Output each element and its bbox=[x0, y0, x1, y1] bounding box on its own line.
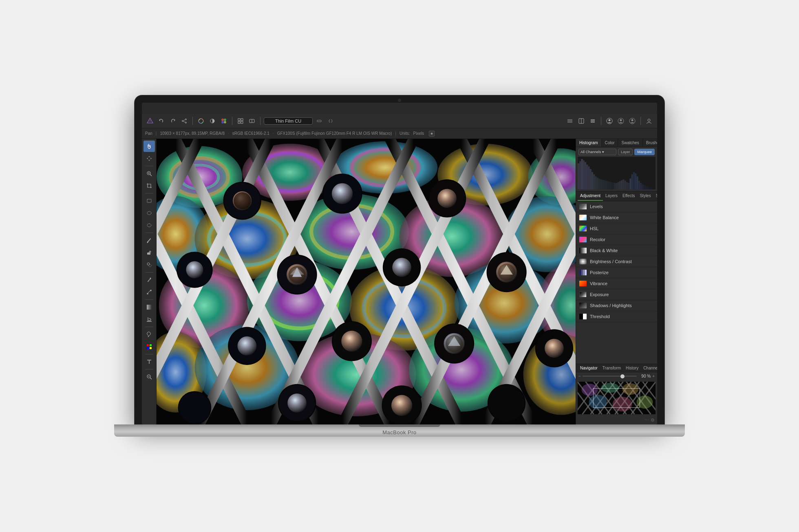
adj-item-black-white[interactable]: Black & White bbox=[576, 245, 657, 256]
adj-item-exposure[interactable]: Exposure bbox=[576, 289, 657, 300]
toolbar-sep-2 bbox=[232, 117, 232, 125]
zoom-slider[interactable] bbox=[583, 376, 637, 377]
svg-rect-197 bbox=[654, 189, 656, 189]
tab-brushes[interactable]: Brushes bbox=[643, 139, 657, 147]
tool-zoom[interactable] bbox=[143, 168, 155, 179]
share-icon[interactable] bbox=[179, 116, 189, 126]
affinity-logo-icon[interactable] bbox=[145, 116, 155, 126]
tab-effects[interactable]: Effects bbox=[620, 191, 637, 201]
tab-adjustment[interactable]: Adjustment bbox=[578, 191, 603, 201]
svg-line-6 bbox=[183, 121, 185, 122]
tool-eraser[interactable] bbox=[143, 247, 155, 258]
half-circle-icon[interactable] bbox=[207, 116, 217, 126]
svg-rect-51 bbox=[147, 344, 149, 346]
camera-info: GFX100S (Fujifilm Fujinon GF120mm F4 R L… bbox=[277, 131, 392, 136]
histogram-section: Histogram Color Swatches Brushes ⋯ All C… bbox=[576, 139, 657, 191]
macbook-label: MacBook Pro bbox=[382, 429, 417, 435]
adj-item-posterize[interactable]: Posterize bbox=[576, 267, 657, 278]
adj-item-brightness[interactable]: Brightness / Contrast bbox=[576, 256, 657, 267]
svg-rect-153 bbox=[578, 163, 579, 189]
svg-line-50 bbox=[148, 336, 149, 337]
zoom-minus-icon[interactable]: − bbox=[578, 374, 581, 378]
zoom-thumb[interactable] bbox=[620, 374, 625, 378]
tab-swatches[interactable]: Swatches bbox=[618, 139, 642, 147]
tab-styles[interactable]: Styles bbox=[637, 191, 653, 201]
zoom-bar: − 90 % + bbox=[576, 372, 657, 380]
view-mode-icon[interactable] bbox=[247, 116, 257, 126]
adj-item-shadows[interactable]: Shadows / Highlights bbox=[576, 300, 657, 311]
tool-pen[interactable] bbox=[143, 274, 155, 286]
color-wheel-icon[interactable] bbox=[196, 116, 206, 126]
units-config-icon[interactable] bbox=[429, 131, 435, 136]
layout-grid-icon[interactable] bbox=[565, 116, 575, 126]
adj-item-hsl[interactable]: HSL bbox=[576, 223, 657, 234]
svg-rect-192 bbox=[645, 186, 647, 190]
tab-channels[interactable]: Channels bbox=[641, 364, 657, 372]
svg-rect-170 bbox=[607, 181, 609, 189]
adj-item-white-balance[interactable]: White Balance bbox=[576, 212, 657, 223]
svg-rect-16 bbox=[241, 121, 243, 123]
tool-clone[interactable] bbox=[143, 259, 155, 270]
tool-node[interactable] bbox=[143, 286, 155, 298]
color-dots-icon[interactable] bbox=[219, 116, 229, 126]
tool-zoom-out[interactable] bbox=[143, 371, 155, 383]
tool-eyedropper[interactable] bbox=[143, 329, 155, 340]
threshold-icon bbox=[579, 314, 587, 319]
adj-item-recolor[interactable]: Recolor bbox=[576, 234, 657, 245]
redo-icon[interactable] bbox=[168, 116, 178, 126]
marquee-btn[interactable]: Marquee bbox=[634, 149, 655, 155]
more-options-icon[interactable] bbox=[588, 116, 598, 126]
tool-move[interactable] bbox=[143, 153, 155, 164]
expand-icon[interactable] bbox=[326, 116, 335, 126]
tool-hand[interactable] bbox=[143, 141, 155, 152]
tab-histogram[interactable]: Histogram bbox=[576, 139, 602, 147]
tool-gradient[interactable] bbox=[143, 301, 155, 313]
tab-navigator[interactable]: Navigator bbox=[578, 364, 600, 372]
svg-rect-193 bbox=[647, 187, 649, 189]
nav-more-icon[interactable]: ⋯ bbox=[644, 418, 649, 423]
layout-side-icon[interactable] bbox=[576, 116, 586, 126]
white-balance-icon bbox=[579, 215, 587, 220]
svg-rect-161 bbox=[592, 172, 593, 189]
tab-transform[interactable]: Transform bbox=[600, 364, 623, 372]
user-account-icon[interactable] bbox=[644, 116, 654, 126]
adj-item-levels[interactable]: Levels bbox=[576, 201, 657, 212]
info-bar: Pan | 10903 × 8177px, 89.15MP, RGBA/8 · … bbox=[142, 128, 657, 139]
tool-color-picker[interactable] bbox=[143, 341, 155, 352]
svg-point-29 bbox=[609, 119, 611, 121]
tab-history[interactable]: History bbox=[623, 364, 641, 372]
tool-brush[interactable] bbox=[143, 235, 155, 246]
layer-btn[interactable]: Layer bbox=[618, 149, 633, 155]
histogram-tabs: Histogram Color Swatches Brushes ⋯ bbox=[576, 139, 657, 147]
channel-dropdown[interactable]: All Channels ▾ bbox=[578, 149, 616, 155]
canvas-area[interactable]: Drag to pan view. bbox=[157, 139, 576, 424]
svg-point-4 bbox=[182, 120, 183, 121]
tool-lasso[interactable] bbox=[143, 220, 155, 231]
zoom-plus-icon[interactable]: + bbox=[652, 374, 655, 378]
svg-rect-155 bbox=[581, 159, 583, 189]
nav-settings-icon[interactable]: ⚙ bbox=[651, 418, 655, 423]
undo-icon[interactable] bbox=[157, 116, 166, 126]
tool-rect-select[interactable] bbox=[143, 195, 155, 207]
info-sep3: · bbox=[273, 131, 274, 136]
persona-develop-icon[interactable] bbox=[616, 116, 626, 126]
tool-text[interactable] bbox=[143, 356, 155, 367]
persona-photo-icon[interactable] bbox=[605, 116, 614, 126]
adj-item-vibrance[interactable]: Vibrance bbox=[576, 278, 657, 289]
brightness-label: Brightness / Contrast bbox=[590, 259, 632, 264]
document-config-icon[interactable] bbox=[314, 116, 324, 126]
tab-color[interactable]: Color bbox=[602, 139, 618, 147]
grid-view-icon[interactable] bbox=[236, 116, 245, 126]
persona-export-icon[interactable] bbox=[627, 116, 637, 126]
svg-rect-172 bbox=[611, 182, 612, 189]
tool-crop[interactable] bbox=[143, 180, 155, 191]
tool-ellipse-select[interactable] bbox=[143, 207, 155, 219]
tab-stock[interactable]: Stock bbox=[653, 191, 657, 201]
adj-item-threshold[interactable]: Threshold bbox=[576, 311, 657, 322]
svg-rect-194 bbox=[649, 187, 650, 189]
tab-layers[interactable]: Layers bbox=[603, 191, 620, 201]
brightness-icon bbox=[579, 259, 587, 264]
tool-fill[interactable] bbox=[143, 314, 155, 325]
svg-point-113 bbox=[186, 261, 203, 278]
document-title[interactable]: Thin Film CU bbox=[264, 117, 313, 125]
